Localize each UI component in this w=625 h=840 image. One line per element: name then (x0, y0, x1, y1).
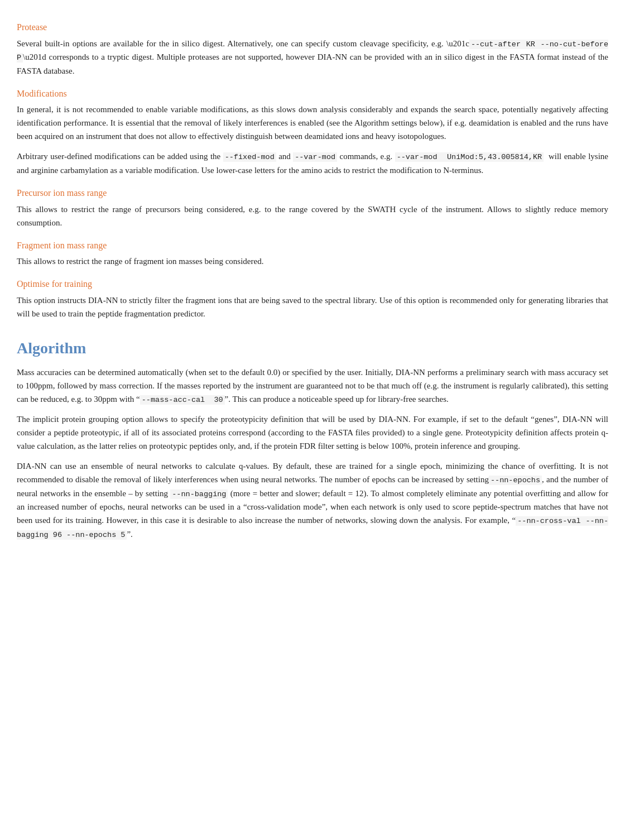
nn-cross-val-code: --nn-cross-val --nn-bagging 96 --nn-epoc… (17, 516, 608, 540)
mass-acc-cal-code: --mass-acc-cal 30 (140, 395, 225, 405)
fixed-mod-code: --fixed-mod (223, 152, 276, 162)
protease-section: Protease Several built-in options are av… (17, 20, 608, 78)
algorithm-p2: The implicit protein grouping option all… (17, 412, 608, 453)
var-mod-code: --var-mod (293, 152, 337, 162)
optimise-for-training-title: Optimise for training (17, 277, 608, 291)
precursor-ion-mass-range-section: Precursor ion mass range This allows to … (17, 186, 608, 229)
modifications-p1: In general, it is not recommended to ena… (17, 103, 608, 143)
fragment-p1: This allows to restrict the range of fra… (17, 255, 608, 268)
modifications-p2: Arbitrary user-defined modifications can… (17, 150, 608, 177)
modifications-title: Modifications (17, 87, 608, 101)
fragment-ion-mass-range-title: Fragment ion mass range (17, 238, 608, 253)
precursor-p1: This allows to restrict the range of pre… (17, 203, 608, 229)
algorithm-title: Algorithm (17, 336, 608, 361)
precursor-ion-mass-range-title: Precursor ion mass range (17, 186, 608, 200)
optimise-p1: This option instructs DIA-NN to strictly… (17, 294, 608, 320)
var-mod-example-code: --var-mod UniMod:5,43.005814,KR (395, 152, 544, 162)
algorithm-section: Algorithm Mass accuracies can be determi… (17, 336, 608, 541)
algorithm-p1: Mass accuracies can be determined automa… (17, 366, 608, 406)
algorithm-p3: DIA-NN can use an ensemble of neural net… (17, 459, 608, 541)
protease-p1: Several built-in options are available f… (17, 37, 608, 78)
protease-title: Protease (17, 20, 608, 35)
optimise-for-training-section: Optimise for training This option instru… (17, 277, 608, 320)
modifications-section: Modifications In general, it is not reco… (17, 87, 608, 177)
nn-bagging-code: --nn-bagging (170, 489, 228, 499)
protease-code-1: --cut-after KR --no-cut-before P (17, 40, 608, 63)
fragment-ion-mass-range-section: Fragment ion mass range This allows to r… (17, 238, 608, 268)
nn-epochs-code: --nn-epochs (489, 476, 542, 485)
